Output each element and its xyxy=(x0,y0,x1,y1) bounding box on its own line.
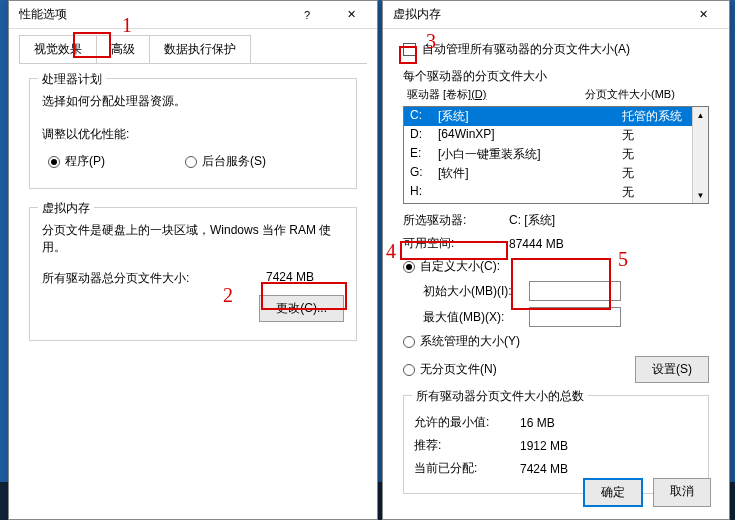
right-content: 自动管理所有驱动器的分页文件大小(A) 每个驱动器的分页文件大小 驱动器 [卷标… xyxy=(383,29,729,520)
vm-desc: 分页文件是硬盘上的一块区域，Windows 当作 RAM 使用。 xyxy=(42,222,344,256)
free-space-label: 可用空间: xyxy=(403,235,509,252)
min-label: 允许的最小值: xyxy=(414,414,520,431)
radio-icon xyxy=(403,364,415,376)
footer-buttons: 确定 取消 xyxy=(583,478,711,507)
free-space-value: 87444 MB xyxy=(509,237,709,251)
radio-icon xyxy=(403,261,415,273)
tab-strip: 视觉效果 高级 数据执行保护 xyxy=(9,29,377,63)
max-size-input[interactable] xyxy=(529,307,621,327)
performance-options-window: 性能选项 ? ✕ 视觉效果 高级 数据执行保护 处理器计划 选择如何分配处理器资… xyxy=(8,0,378,520)
max-size-label: 最大值(MB)(X): xyxy=(423,309,529,326)
cur-label: 当前已分配: xyxy=(414,460,520,477)
radio-icon xyxy=(48,156,60,168)
rec-label: 推荐: xyxy=(414,437,520,454)
close-button[interactable]: ✕ xyxy=(681,2,725,28)
group-title: 处理器计划 xyxy=(38,71,106,88)
drive-row[interactable]: H:无 xyxy=(404,183,708,202)
titlebar: 虚拟内存 ✕ xyxy=(383,1,729,29)
total-value: 7424 MB xyxy=(266,270,314,287)
scrollbar[interactable]: ▲ ▼ xyxy=(692,107,708,203)
titlebar: 性能选项 ? ✕ xyxy=(9,1,377,29)
cur-value: 7424 MB xyxy=(520,462,698,476)
radio-programs[interactable]: 程序(P) xyxy=(48,153,105,170)
total-label: 所有驱动器总分页文件大小: xyxy=(42,270,189,287)
tab-advanced[interactable]: 高级 xyxy=(96,35,150,63)
change-button[interactable]: 更改(C)... xyxy=(259,295,344,322)
drive-row[interactable]: E:[小白一键重装系统]无 xyxy=(404,145,708,164)
selected-drive-label: 所选驱动器: xyxy=(403,212,509,229)
cancel-button[interactable]: 取消 xyxy=(653,478,711,507)
radio-label: 后台服务(S) xyxy=(202,153,266,170)
radio-label: 程序(P) xyxy=(65,153,105,170)
initial-size-input[interactable] xyxy=(529,281,621,301)
radio-icon xyxy=(185,156,197,168)
radio-no-paging[interactable]: 无分页文件(N) xyxy=(403,361,635,378)
group-title: 虚拟内存 xyxy=(38,200,94,217)
window-title: 虚拟内存 xyxy=(393,6,681,23)
left-content: 处理器计划 选择如何分配处理器资源。 调整以优化性能: 程序(P) 后台服务(S… xyxy=(9,64,377,373)
processor-scheduling-group: 处理器计划 选择如何分配处理器资源。 调整以优化性能: 程序(P) 后台服务(S… xyxy=(29,78,357,189)
scroll-up-icon[interactable]: ▲ xyxy=(693,107,708,123)
auto-manage-checkbox[interactable] xyxy=(403,43,416,56)
drive-row[interactable]: D:[64WinXP]无 xyxy=(404,126,708,145)
each-drive-label: 每个驱动器的分页文件大小 xyxy=(403,68,709,85)
set-button[interactable]: 设置(S) xyxy=(635,356,709,383)
ok-button[interactable]: 确定 xyxy=(583,478,643,507)
radio-system-managed[interactable]: 系统管理的大小(Y) xyxy=(403,333,709,350)
radio-label: 无分页文件(N) xyxy=(420,361,497,378)
virtual-memory-window: 虚拟内存 ✕ 自动管理所有驱动器的分页文件大小(A) 每个驱动器的分页文件大小 … xyxy=(382,0,730,520)
adjust-label: 调整以优化性能: xyxy=(42,126,344,143)
selected-drive-value: C: [系统] xyxy=(509,212,709,229)
tab-dep[interactable]: 数据执行保护 xyxy=(149,35,251,63)
virtual-memory-group: 虚拟内存 分页文件是硬盘上的一块区域，Windows 当作 RAM 使用。 所有… xyxy=(29,207,357,341)
window-title: 性能选项 xyxy=(19,6,285,23)
radio-custom-size[interactable]: 自定义大小(C): xyxy=(403,258,709,275)
initial-size-label: 初始大小(MB)(I): xyxy=(423,283,529,300)
auto-manage-label: 自动管理所有驱动器的分页文件大小(A) xyxy=(422,41,630,58)
drive-list[interactable]: C:[系统]托管的系统D:[64WinXP]无E:[小白一键重装系统]无G:[软… xyxy=(403,106,709,204)
sched-desc: 选择如何分配处理器资源。 xyxy=(42,93,344,110)
drive-list-header: 驱动器 [卷标](D) 分页文件大小(MB) xyxy=(403,87,709,102)
close-button[interactable]: ✕ xyxy=(329,2,373,28)
min-value: 16 MB xyxy=(520,416,698,430)
drive-row[interactable]: C:[系统]托管的系统 xyxy=(404,107,708,126)
group-title: 所有驱动器分页文件大小的总数 xyxy=(412,388,588,405)
radio-background-services[interactable]: 后台服务(S) xyxy=(185,153,266,170)
drive-row[interactable]: G:[软件]无 xyxy=(404,164,708,183)
radio-label: 系统管理的大小(Y) xyxy=(420,333,520,350)
help-button[interactable]: ? xyxy=(285,2,329,28)
radio-label: 自定义大小(C): xyxy=(420,258,500,275)
radio-icon xyxy=(403,336,415,348)
scroll-down-icon[interactable]: ▼ xyxy=(693,187,708,203)
rec-value: 1912 MB xyxy=(520,439,698,453)
tab-visual-effects[interactable]: 视觉效果 xyxy=(19,35,97,63)
